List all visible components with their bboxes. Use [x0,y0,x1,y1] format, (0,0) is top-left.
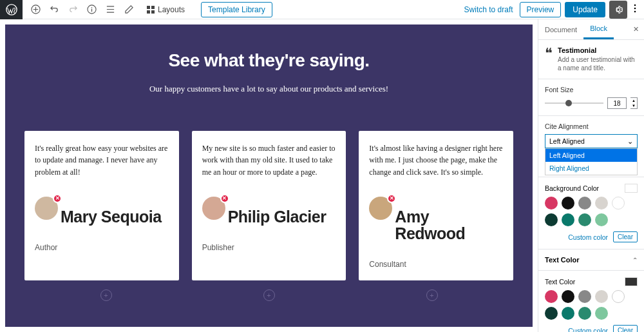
svg-point-9 [634,7,636,9]
settings-icon[interactable] [609,1,627,19]
testimonial-quote[interactable]: My new site is so much faster and easier… [202,142,336,182]
tab-document[interactable]: Document [538,19,583,39]
chevron-up-icon: ⌃ [632,257,638,264]
dropdown-option-left[interactable]: Left Aligned [545,149,637,162]
remove-badge-icon[interactable]: ✕ [220,194,229,203]
layouts-label: Layouts [158,5,185,14]
svg-rect-7 [151,10,155,14]
testimonial-name[interactable]: Philip Glacier [228,208,336,225]
hero-title[interactable]: See what they're saying. [24,50,513,71]
edit-icon[interactable] [124,5,134,15]
svg-rect-4 [147,6,150,9]
preview-button[interactable]: Preview [520,2,562,17]
svg-rect-6 [147,10,150,14]
color-swatch[interactable] [578,290,591,303]
stepper-down[interactable]: ▼ [630,103,637,108]
layouts-button[interactable]: Layouts [142,3,189,16]
custom-color-link[interactable]: Custom color [568,233,608,241]
clear-button[interactable]: Clear [613,325,638,332]
text-color-panel-toggle[interactable]: Text Color ⌃ [538,249,644,271]
update-button[interactable]: Update [565,2,605,17]
color-swatch[interactable] [545,197,558,210]
svg-point-3 [91,7,92,8]
chevron-down-icon: ⌄ [627,137,633,145]
current-bg-swatch[interactable] [625,184,638,193]
cite-alignment-select[interactable]: Left Aligned ⌄ [545,134,638,148]
color-swatch[interactable] [545,290,558,303]
color-swatch[interactable] [562,213,574,226]
add-block-inserter[interactable]: + [263,289,275,301]
more-menu-icon[interactable] [631,4,639,15]
testimonial-card[interactable]: It's really great how easy your websites… [24,131,179,281]
hero-subtitle[interactable]: Our happy customers have a lot to say ab… [147,83,392,95]
background-color-label: Background Color [545,184,625,192]
color-swatch[interactable] [595,197,608,210]
undo-icon[interactable] [49,5,59,15]
color-swatch[interactable] [595,307,608,320]
block-description: Add a user testimonial with a name and t… [558,55,638,72]
dropdown-option-right[interactable]: Right Aligned [545,162,637,175]
testimonial-quote[interactable]: It's really great how easy your websites… [35,142,169,182]
testimonial-card[interactable]: It's almost like having a designer right… [359,131,513,281]
template-library-button[interactable]: Template Library [201,2,272,17]
close-icon[interactable]: ✕ [628,19,644,39]
color-swatch[interactable] [595,213,608,226]
testimonial-role[interactable]: Publisher [202,243,336,252]
testimonial-role[interactable]: Author [35,243,169,252]
color-swatch[interactable] [612,290,625,303]
current-text-swatch[interactable] [625,277,638,286]
svg-point-10 [634,10,636,12]
clear-button[interactable]: Clear [613,231,638,242]
color-swatch[interactable] [562,290,574,303]
testimonial-name[interactable]: Amy Redwood [395,208,503,242]
color-swatch[interactable] [545,307,558,320]
font-size-slider[interactable] [545,103,603,104]
quote-icon: ❝ [545,46,553,72]
tab-block[interactable]: Block [583,19,614,39]
stepper-up[interactable]: ▲ [630,98,637,103]
testimonial-quote[interactable]: It's almost like having a designer right… [369,142,503,182]
wordpress-logo[interactable] [0,0,23,19]
custom-color-link[interactable]: Custom color [568,327,608,333]
color-swatch[interactable] [545,213,558,226]
add-block-inserter[interactable]: + [100,289,112,301]
outline-icon[interactable] [105,5,115,15]
remove-badge-icon[interactable]: ✕ [387,194,396,203]
add-block-icon[interactable] [30,5,41,15]
add-block-inserter[interactable]: + [426,289,438,301]
color-swatch[interactable] [578,197,591,210]
font-size-input[interactable]: 18 [607,97,627,109]
testimonial-role[interactable]: Consultant [369,260,503,269]
svg-point-8 [634,4,636,6]
text-color-label: Text Color [545,278,625,286]
color-swatch[interactable] [578,307,591,320]
testimonial-name[interactable]: Mary Sequoia [61,208,169,225]
color-swatch[interactable] [578,213,591,226]
cite-alignment-dropdown: Left Aligned Right Aligned [545,148,638,175]
font-size-label: Font Size [545,86,638,93]
cite-alignment-label: Cite Alignment [545,122,638,130]
color-swatch[interactable] [595,290,608,303]
remove-badge-icon[interactable]: ✕ [53,194,62,203]
block-name: Testimonial [558,46,638,54]
redo-icon[interactable] [68,5,78,15]
testimonial-card[interactable]: My new site is so much faster and easier… [192,131,346,281]
editor-canvas[interactable]: See what they're saying. Our happy custo… [5,24,533,327]
switch-to-draft-link[interactable]: Switch to draft [462,5,516,14]
color-swatch[interactable] [562,197,574,210]
color-swatch[interactable] [612,197,625,210]
color-swatch[interactable] [562,307,574,320]
info-icon[interactable] [86,5,97,15]
svg-rect-5 [151,6,155,9]
